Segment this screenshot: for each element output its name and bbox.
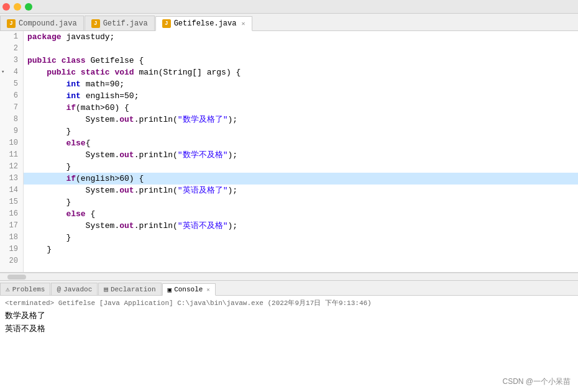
- code-line: if(english>60) {: [24, 173, 578, 185]
- console-output-line: 英语不及格: [5, 323, 573, 336]
- tab-console[interactable]: ▣ Console ✕: [162, 283, 216, 296]
- problems-icon: ⚠: [6, 285, 10, 293]
- panel-tab-bar: ⚠ Problems @ Javadoc ▤ Declaration ▣ Con…: [0, 281, 578, 296]
- code-line: int english=50;: [24, 90, 578, 102]
- title-bar: [0, 0, 578, 14]
- code-line: }: [24, 244, 578, 255]
- console-content: <terminated> Getifelse [Java Application…: [0, 296, 578, 392]
- console-tab-close[interactable]: ✕: [206, 286, 209, 293]
- javadoc-icon: @: [57, 286, 61, 293]
- code-line: System.out.println("英语不及格");: [24, 220, 578, 232]
- java-file-icon: J: [162, 19, 171, 28]
- editor-tab-bar: J Compound.java J Getif.java J Getifelse…: [0, 14, 578, 31]
- close-button[interactable]: [2, 3, 10, 11]
- watermark: CSDN @一个小呆苗: [502, 376, 571, 387]
- code-editor[interactable]: 123▾4567891011121314151617181920 package…: [0, 31, 578, 273]
- code-line: }: [24, 232, 578, 244]
- code-line: package javastudy;: [24, 31, 578, 43]
- editor-container: 123▾4567891011121314151617181920 package…: [0, 31, 578, 392]
- bottom-panel: ⚠ Problems @ Javadoc ▤ Declaration ▣ Con…: [0, 280, 578, 392]
- tab-getif[interactable]: J Getif.java: [85, 16, 155, 30]
- java-file-icon: J: [7, 19, 16, 28]
- java-file-icon: J: [91, 19, 100, 28]
- code-line: }: [24, 196, 578, 208]
- tab-compound-label: Compound.java: [19, 19, 77, 28]
- tab-declaration[interactable]: ▤ Declaration: [98, 283, 161, 295]
- code-line: System.out.println("数学不及格");: [24, 149, 578, 161]
- code-line: [24, 255, 578, 267]
- tab-javadoc-label: Javadoc: [63, 286, 92, 293]
- code-line: else {: [24, 208, 578, 220]
- code-line: public static void main(String[] args) {: [24, 66, 578, 78]
- console-icon: ▣: [168, 286, 172, 294]
- console-terminated-text: <terminated> Getifelse [Java Application…: [5, 298, 573, 308]
- code-line: System.out.println("数学及格了");: [24, 114, 578, 125]
- maximize-button[interactable]: [25, 3, 32, 11]
- minimize-button[interactable]: [14, 3, 21, 11]
- tab-compound[interactable]: J Compound.java: [0, 16, 84, 30]
- tab-console-label: Console: [174, 286, 203, 293]
- tab-close-icon[interactable]: ✕: [241, 20, 245, 27]
- code-content[interactable]: package javastudy; public class Getifels…: [24, 31, 578, 272]
- console-output-line: 数学及格了: [5, 310, 573, 323]
- tab-declaration-label: Declaration: [111, 286, 156, 293]
- window-controls[interactable]: [2, 3, 32, 11]
- scrollbar-thumb[interactable]: [7, 275, 26, 280]
- console-output: 数学及格了英语不及格: [5, 310, 573, 336]
- declaration-icon: ▤: [104, 285, 108, 293]
- tab-getif-label: Getif.java: [103, 19, 148, 28]
- tab-getifelse[interactable]: J Getifelse.java ✕: [155, 16, 252, 31]
- tab-problems-label: Problems: [12, 286, 45, 293]
- line-numbers: 123▾4567891011121314151617181920: [0, 31, 24, 272]
- code-line: int math=90;: [24, 78, 578, 90]
- tab-getifelse-label: Getifelse.java: [174, 19, 237, 28]
- code-line: else{: [24, 137, 578, 149]
- tab-javadoc[interactable]: @ Javadoc: [51, 283, 98, 295]
- code-line: [24, 43, 578, 55]
- code-line: System.out.println("英语及格了");: [24, 185, 578, 196]
- code-line: }: [24, 125, 578, 137]
- tab-problems[interactable]: ⚠ Problems: [0, 283, 50, 295]
- code-line: }: [24, 161, 578, 173]
- code-line: if(math>60) {: [24, 102, 578, 114]
- horizontal-scrollbar[interactable]: [0, 273, 578, 280]
- code-line: public class Getifelse {: [24, 55, 578, 66]
